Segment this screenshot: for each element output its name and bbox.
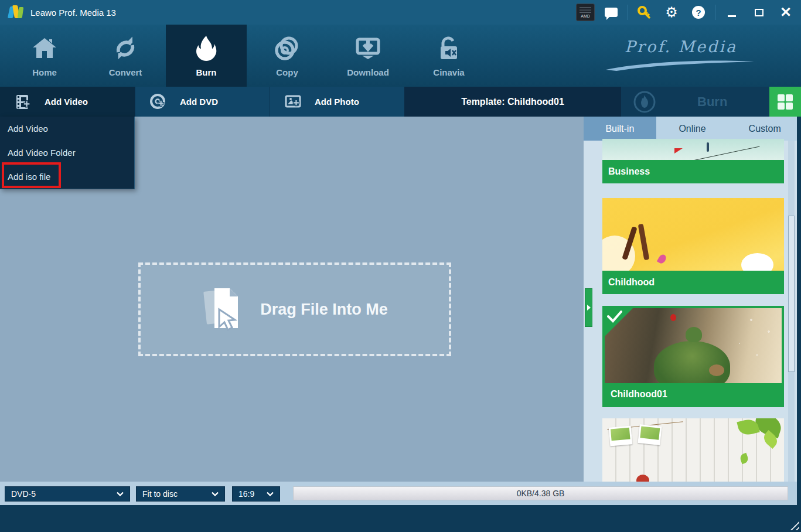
- template-grid-view-button[interactable]: [769, 87, 801, 117]
- add-dvd-button[interactable]: Add DVD: [135, 87, 270, 117]
- burn-label: Burn: [697, 94, 727, 110]
- question-mark-icon: ?: [692, 6, 705, 19]
- window-title: Leawo Prof. Media 13: [30, 8, 116, 18]
- settings-button[interactable]: ⚙: [661, 0, 682, 25]
- menu-item-label: Add Video: [8, 124, 48, 134]
- key-icon: [637, 5, 652, 20]
- video-quality-value: Fit to disc: [142, 489, 178, 499]
- template-selector-button[interactable]: Template: Childhood01: [404, 87, 621, 117]
- menu-item-add-iso-file[interactable]: Add iso file: [0, 165, 134, 189]
- capacity-text: 0KB/4.38 GB: [517, 489, 565, 498]
- template-item-fence[interactable]: [602, 418, 784, 482]
- app-window: Leawo Prof. Media 13 AMD ⚙ ? ✕ Home Co: [0, 0, 801, 532]
- add-photo-button[interactable]: Add Photo: [270, 87, 404, 117]
- nav-tab-home[interactable]: Home: [4, 25, 85, 87]
- disc-type-select[interactable]: DVD-5: [5, 486, 130, 502]
- maximize-button[interactable]: [748, 0, 769, 25]
- template-name: Business: [602, 160, 784, 183]
- disc-capacity-bar: 0KB/4.38 GB: [293, 486, 788, 500]
- convert-arrows-icon: [111, 35, 139, 63]
- menu-item-add-video[interactable]: Add Video: [0, 117, 134, 141]
- template-item-childhood[interactable]: Childhood: [602, 198, 784, 294]
- menu-item-label: Add iso file: [8, 172, 50, 182]
- nav-label: Download: [347, 67, 389, 77]
- close-icon: ✕: [780, 5, 792, 19]
- grid-icon: [778, 94, 793, 110]
- photo-plus-icon: [284, 93, 303, 111]
- bottom-settings-bar: DVD-5 Fit to disc 16:9 0KB/4.38 GB: [0, 482, 801, 505]
- resize-grip[interactable]: [790, 521, 799, 530]
- tab-custom[interactable]: Custom: [728, 117, 801, 141]
- nav-tab-convert[interactable]: Convert: [85, 25, 166, 87]
- brand-script: Prof. Media: [605, 37, 757, 72]
- tab-online[interactable]: Online: [656, 117, 729, 141]
- menu-item-label: Add Video Folder: [8, 148, 76, 158]
- close-button[interactable]: ✕: [775, 0, 796, 25]
- tab-label: Custom: [749, 124, 781, 134]
- template-name: Childhood: [602, 271, 784, 294]
- arrow-right-icon: [587, 305, 591, 311]
- nav-tab-cinavia[interactable]: Cinavia: [408, 25, 489, 87]
- status-bar: [0, 505, 801, 532]
- nav-label: Burn: [196, 67, 217, 77]
- divider: [628, 5, 628, 20]
- sidebar-scrollbar[interactable]: [788, 141, 795, 482]
- add-photo-label: Add Photo: [315, 97, 359, 107]
- chevron-down-icon: [267, 492, 274, 496]
- file-cursor-icon: [202, 285, 244, 334]
- burn-action-button[interactable]: Burn: [621, 87, 769, 117]
- home-icon: [30, 35, 59, 63]
- amd-radeon-badge-icon: AMD: [576, 4, 595, 21]
- nav-tab-burn[interactable]: Burn: [166, 25, 247, 87]
- minimize-button[interactable]: [721, 0, 742, 25]
- template-item-childhood01-selected[interactable]: Childhood01: [602, 306, 784, 407]
- chevron-down-icon: [212, 492, 219, 496]
- template-source-tabs: Built-in Online Custom: [584, 117, 801, 141]
- register-key-button[interactable]: [634, 0, 655, 25]
- title-bar: Leawo Prof. Media 13 AMD ⚙ ? ✕: [0, 0, 801, 25]
- nav-label: Convert: [109, 67, 142, 77]
- tab-label: Online: [679, 124, 705, 134]
- add-video-dropdown-menu: Add Video Add Video Folder Add iso file: [0, 117, 135, 189]
- drag-drop-area[interactable]: Drag File Into Me: [138, 262, 451, 356]
- flame-icon: [192, 35, 220, 63]
- aspect-ratio-select[interactable]: 16:9: [232, 486, 280, 502]
- cinavia-unlock-mute-icon: [435, 35, 463, 63]
- selected-checkmark-icon: [605, 308, 633, 336]
- menu-item-add-video-folder[interactable]: Add Video Folder: [0, 141, 134, 165]
- window-right-edge: [797, 117, 801, 505]
- aspect-ratio-value: 16:9: [238, 489, 254, 499]
- add-video-button[interactable]: Add Video: [0, 87, 135, 117]
- download-icon: [354, 35, 382, 63]
- brand-swoosh: [605, 57, 757, 72]
- main-navbar: Home Convert Burn Copy Download Cinavia: [0, 25, 801, 87]
- divider: [715, 5, 715, 20]
- disc-type-value: DVD-5: [11, 489, 36, 499]
- dvd-plus-icon: [149, 93, 168, 111]
- maximize-icon: [755, 9, 763, 16]
- leawo-logo-icon: [8, 5, 23, 19]
- help-button[interactable]: ?: [688, 0, 709, 25]
- template-sidebar: Built-in Online Custom Business Childhoo…: [584, 117, 801, 482]
- dropzone-label: Drag File Into Me: [260, 301, 388, 319]
- film-plus-icon: [14, 93, 33, 111]
- template-item-business[interactable]: Business: [602, 139, 784, 183]
- scrollbar-thumb[interactable]: [788, 216, 795, 372]
- template-name: Childhood01: [605, 383, 782, 405]
- add-video-label: Add Video: [45, 97, 88, 107]
- burn-circle-icon: [633, 90, 656, 114]
- tab-built-in[interactable]: Built-in: [584, 117, 656, 141]
- nav-tab-copy[interactable]: Copy: [247, 25, 328, 87]
- gear-icon: ⚙: [665, 5, 678, 19]
- sub-toolbar: Add Video Add DVD Add Photo Template: Ch…: [0, 87, 801, 117]
- template-label: Template: Childhood01: [461, 97, 564, 107]
- nav-tab-download[interactable]: Download: [328, 25, 408, 87]
- nav-label: Home: [32, 67, 57, 77]
- nav-label: Cinavia: [433, 67, 464, 77]
- panel-expand-handle[interactable]: [585, 288, 592, 327]
- video-quality-select[interactable]: Fit to disc: [136, 486, 225, 502]
- feedback-chat-button[interactable]: [601, 0, 622, 25]
- copy-discs-icon: [273, 35, 301, 63]
- minimize-icon: [728, 15, 736, 17]
- chat-bubble-icon: [605, 8, 618, 17]
